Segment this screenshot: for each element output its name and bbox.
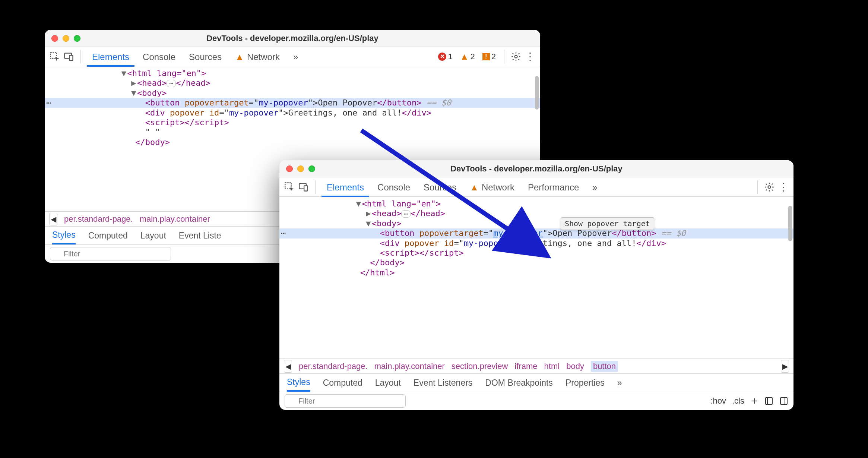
styles-filter-input[interactable]: [285, 394, 406, 408]
dom-scrollbar[interactable]: [788, 199, 792, 356]
hov-toggle[interactable]: :hov: [710, 396, 726, 406]
dom-node[interactable]: <script></script>: [279, 248, 793, 258]
subtab-dombreakpoints[interactable]: DOM Breakpoints: [485, 378, 553, 388]
svg-rect-6: [304, 186, 307, 191]
subtab-computed[interactable]: Computed: [323, 378, 362, 388]
breadcrumb-item[interactable]: html: [544, 361, 560, 371]
collapse-icon[interactable]: ▼: [130, 88, 137, 98]
collapse-icon[interactable]: ▼: [355, 199, 362, 209]
collapse-icon[interactable]: ▼: [120, 69, 127, 78]
scrollbar-thumb[interactable]: [788, 206, 792, 241]
tab-sources[interactable]: Sources: [418, 179, 462, 196]
subtab-properties[interactable]: Properties: [566, 378, 605, 388]
subtab-styles[interactable]: Styles: [287, 377, 310, 392]
titlebar[interactable]: DevTools - developer.mozilla.org/en-US/p…: [279, 160, 793, 177]
warning-count[interactable]: ▲ 2: [460, 52, 475, 61]
issue-count[interactable]: ! 2: [482, 52, 496, 61]
subtab-eventlisteners[interactable]: Event Listeners: [414, 378, 473, 388]
breadcrumb-item[interactable]: iframe: [514, 361, 537, 371]
titlebar[interactable]: DevTools - developer.mozilla.org/en-US/p…: [45, 30, 540, 47]
subtab-eventlisteners[interactable]: Event Liste: [179, 231, 221, 241]
tab-overflow[interactable]: »: [288, 48, 303, 65]
subtab-styles[interactable]: Styles: [52, 230, 76, 244]
device-toolbar-icon[interactable]: [298, 181, 309, 193]
settings-icon[interactable]: [764, 181, 775, 193]
scrollbar-thumb[interactable]: [535, 76, 539, 110]
tab-network[interactable]: ▲ Network: [230, 48, 285, 65]
svg-point-7: [768, 186, 771, 188]
subtab-computed[interactable]: Computed: [88, 231, 128, 241]
dom-node[interactable]: <div popover id="my-popover">Greetings, …: [45, 108, 540, 118]
new-style-rule-icon[interactable]: [750, 397, 758, 405]
crumb-scroll-left[interactable]: ◀: [49, 213, 57, 225]
ellipsis-icon[interactable]: ⋯: [401, 210, 411, 218]
expand-icon[interactable]: ▶: [130, 78, 137, 88]
issue-icon: !: [482, 53, 490, 60]
computed-styles-icon[interactable]: [764, 397, 773, 405]
dom-node[interactable]: " ": [45, 127, 540, 137]
tab-elements[interactable]: Elements: [321, 179, 369, 197]
close-window-button[interactable]: [51, 35, 58, 42]
styles-filter-input[interactable]: [50, 247, 171, 260]
dom-node[interactable]: ▶<head>⋯</head>: [279, 209, 793, 218]
device-toolbar-icon[interactable]: [63, 51, 75, 62]
cls-toggle[interactable]: .cls: [732, 396, 744, 406]
expand-icon[interactable]: ▶: [365, 209, 372, 218]
inspect-icon[interactable]: [49, 51, 60, 62]
warning-icon: ▲: [235, 52, 244, 62]
breadcrumb-item[interactable]: per.standard-page.: [299, 361, 368, 371]
rendering-panel-icon[interactable]: [779, 397, 788, 405]
zoom-window-button[interactable]: [74, 35, 80, 42]
crumb-scroll-left[interactable]: ◀: [284, 360, 292, 373]
tab-performance[interactable]: Performance: [523, 179, 584, 196]
zoom-window-button[interactable]: [308, 165, 315, 172]
error-icon: ✕: [438, 53, 446, 61]
close-window-button[interactable]: [286, 165, 293, 172]
settings-icon[interactable]: [510, 51, 522, 62]
breadcrumb-item[interactable]: main.play.container: [374, 361, 445, 371]
dom-node-selected[interactable]: <button popovertarget="my-popover">Open …: [279, 228, 793, 238]
tab-console[interactable]: Console: [137, 48, 181, 65]
dom-node[interactable]: ▼<html lang="en">: [45, 69, 540, 78]
minimize-window-button[interactable]: [63, 35, 69, 42]
breadcrumb-item-selected[interactable]: button: [591, 361, 618, 372]
tab-console[interactable]: Console: [372, 179, 415, 196]
popovertarget-link[interactable]: my-popover: [493, 228, 542, 238]
minimize-window-button[interactable]: [297, 165, 304, 172]
kebab-menu-icon[interactable]: ⋮: [525, 51, 536, 62]
inspect-icon[interactable]: [284, 181, 295, 193]
dom-node[interactable]: ▶<head>⋯</head>: [45, 78, 540, 88]
subtab-layout[interactable]: Layout: [140, 231, 166, 241]
dom-node[interactable]: </body>: [45, 138, 540, 147]
subtab-layout[interactable]: Layout: [375, 378, 401, 388]
ellipsis-icon[interactable]: ⋯: [167, 80, 176, 87]
tab-network[interactable]: ▲ Network: [465, 179, 520, 196]
tab-sources[interactable]: Sources: [184, 48, 227, 65]
breadcrumb-item[interactable]: body: [566, 361, 584, 371]
dom-node[interactable]: ▼<body>: [45, 88, 540, 98]
tab-overflow[interactable]: »: [587, 179, 602, 196]
breadcrumb-item[interactable]: main.play.container: [140, 214, 210, 224]
dom-node[interactable]: ▼<body>: [279, 219, 793, 228]
breadcrumb-item[interactable]: section.preview: [452, 361, 508, 371]
dom-node[interactable]: </html>: [279, 268, 793, 278]
error-count[interactable]: ✕ 1: [438, 52, 452, 61]
dom-node[interactable]: <script></script>: [45, 118, 540, 127]
kebab-menu-icon[interactable]: ⋮: [778, 181, 789, 193]
dom-node-selected[interactable]: <button popovertarget="my-popover">Open …: [45, 98, 540, 108]
dom-node[interactable]: <div popover id="my-popover">Greetings, …: [279, 239, 793, 248]
styles-subtabs: Styles Computed Layout Event Listeners D…: [279, 373, 793, 392]
breadcrumb-item[interactable]: per.standard-page.: [64, 214, 133, 224]
tab-elements[interactable]: Elements: [87, 48, 134, 67]
collapse-icon[interactable]: ▼: [365, 219, 372, 228]
subtab-overflow[interactable]: »: [617, 378, 622, 388]
dom-tree-pane[interactable]: ▼<html lang="en"> ▶<head>⋯</head> ▼<body…: [279, 197, 793, 358]
crumb-scroll-right[interactable]: ▶: [781, 360, 789, 373]
dom-node[interactable]: </body>: [279, 258, 793, 268]
traffic-lights: [51, 35, 80, 42]
warning-icon: ▲: [460, 52, 469, 61]
dom-node[interactable]: ▼<html lang="en">: [279, 199, 793, 209]
styles-tools: :hov .cls: [710, 396, 788, 406]
breadcrumb[interactable]: ◀ per.standard-page. main.play.container…: [279, 358, 793, 373]
svg-rect-2: [69, 55, 73, 60]
